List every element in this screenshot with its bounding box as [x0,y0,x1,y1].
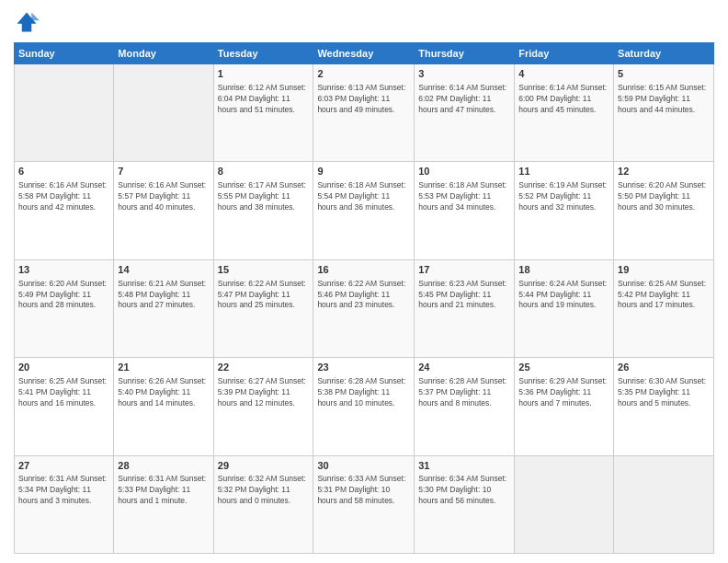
day-number: 7 [118,165,209,178]
day-cell: 1Sunrise: 6:12 AM Sunset: 6:04 PM Daylig… [213,64,313,162]
day-header-thursday: Thursday [415,43,515,64]
day-number: 26 [618,361,710,374]
day-number: 5 [618,67,710,81]
logo-icon [14,9,40,35]
day-cell: 18Sunrise: 6:24 AM Sunset: 5:44 PM Dayli… [515,259,614,357]
day-number: 18 [518,263,609,277]
day-cell [114,64,213,162]
day-detail: Sunrise: 6:28 AM Sunset: 5:37 PM Dayligh… [418,376,510,409]
day-detail: Sunrise: 6:22 AM Sunset: 5:46 PM Dayligh… [317,279,410,312]
day-cell: 24Sunrise: 6:28 AM Sunset: 5:37 PM Dayli… [415,358,515,455]
day-number: 4 [518,67,609,81]
day-number: 17 [418,263,510,277]
day-cell: 21Sunrise: 6:26 AM Sunset: 5:40 PM Dayli… [114,358,213,455]
day-cell: 7Sunrise: 6:16 AM Sunset: 5:57 PM Daylig… [114,162,213,259]
day-detail: Sunrise: 6:13 AM Sunset: 6:03 PM Dayligh… [317,83,410,116]
day-cell: 13Sunrise: 6:20 AM Sunset: 5:49 PM Dayli… [15,259,114,357]
day-detail: Sunrise: 6:32 AM Sunset: 5:32 PM Dayligh… [218,474,310,507]
day-number: 13 [18,263,109,277]
day-header-friday: Friday [515,43,614,64]
day-number: 27 [18,459,109,473]
day-header-wednesday: Wednesday [313,43,415,64]
day-detail: Sunrise: 6:28 AM Sunset: 5:38 PM Dayligh… [317,376,410,409]
day-number: 12 [618,165,710,178]
day-detail: Sunrise: 6:20 AM Sunset: 5:50 PM Dayligh… [618,180,710,213]
day-detail: Sunrise: 6:20 AM Sunset: 5:49 PM Dayligh… [18,279,109,312]
day-cell: 28Sunrise: 6:31 AM Sunset: 5:33 PM Dayli… [114,455,213,553]
day-header-tuesday: Tuesday [213,43,313,64]
day-detail: Sunrise: 6:18 AM Sunset: 5:54 PM Dayligh… [317,180,410,213]
day-detail: Sunrise: 6:14 AM Sunset: 6:00 PM Dayligh… [518,83,609,116]
day-number: 21 [118,361,209,374]
day-header-sunday: Sunday [15,43,114,64]
header [14,9,714,35]
day-number: 23 [317,361,410,374]
day-number: 6 [18,165,109,178]
week-row-1: 1Sunrise: 6:12 AM Sunset: 6:04 PM Daylig… [15,64,714,162]
day-cell: 15Sunrise: 6:22 AM Sunset: 5:47 PM Dayli… [213,259,313,357]
day-detail: Sunrise: 6:15 AM Sunset: 5:59 PM Dayligh… [618,83,710,116]
day-cell: 19Sunrise: 6:25 AM Sunset: 5:42 PM Dayli… [614,259,714,357]
week-row-2: 6Sunrise: 6:16 AM Sunset: 5:58 PM Daylig… [15,162,714,259]
day-detail: Sunrise: 6:23 AM Sunset: 5:45 PM Dayligh… [418,279,510,312]
day-number: 24 [418,361,510,374]
day-cell: 26Sunrise: 6:30 AM Sunset: 5:35 PM Dayli… [614,358,714,455]
day-detail: Sunrise: 6:33 AM Sunset: 5:31 PM Dayligh… [317,474,410,507]
day-detail: Sunrise: 6:31 AM Sunset: 5:34 PM Dayligh… [18,474,109,507]
logo [14,9,43,35]
day-detail: Sunrise: 6:30 AM Sunset: 5:35 PM Dayligh… [618,376,710,409]
day-number: 15 [218,263,310,277]
day-cell: 20Sunrise: 6:25 AM Sunset: 5:41 PM Dayli… [15,358,114,455]
day-header-saturday: Saturday [614,43,714,64]
day-cell: 14Sunrise: 6:21 AM Sunset: 5:48 PM Dayli… [114,259,213,357]
day-cell: 17Sunrise: 6:23 AM Sunset: 5:45 PM Dayli… [415,259,515,357]
day-number: 11 [518,165,609,178]
day-detail: Sunrise: 6:31 AM Sunset: 5:33 PM Dayligh… [118,474,209,507]
day-cell: 23Sunrise: 6:28 AM Sunset: 5:38 PM Dayli… [313,358,415,455]
day-detail: Sunrise: 6:14 AM Sunset: 6:02 PM Dayligh… [418,83,510,116]
day-number: 3 [418,67,510,81]
day-detail: Sunrise: 6:21 AM Sunset: 5:48 PM Dayligh… [118,279,209,312]
day-number: 9 [317,165,410,178]
day-detail: Sunrise: 6:17 AM Sunset: 5:55 PM Dayligh… [218,180,310,213]
day-cell: 4Sunrise: 6:14 AM Sunset: 6:00 PM Daylig… [515,64,614,162]
day-detail: Sunrise: 6:12 AM Sunset: 6:04 PM Dayligh… [218,83,310,116]
day-detail: Sunrise: 6:18 AM Sunset: 5:53 PM Dayligh… [418,180,510,213]
week-row-5: 27Sunrise: 6:31 AM Sunset: 5:34 PM Dayli… [15,455,714,553]
day-detail: Sunrise: 6:22 AM Sunset: 5:47 PM Dayligh… [218,279,310,312]
day-cell [614,455,714,553]
day-cell [15,64,114,162]
day-cell: 16Sunrise: 6:22 AM Sunset: 5:46 PM Dayli… [313,259,415,357]
day-header-monday: Monday [114,43,213,64]
day-number: 30 [317,459,410,473]
week-row-4: 20Sunrise: 6:25 AM Sunset: 5:41 PM Dayli… [15,358,714,455]
day-cell: 3Sunrise: 6:14 AM Sunset: 6:02 PM Daylig… [415,64,515,162]
day-number: 28 [118,459,209,473]
day-number: 29 [218,459,310,473]
day-number: 31 [418,459,510,473]
day-number: 16 [317,263,410,277]
calendar-table: SundayMondayTuesdayWednesdayThursdayFrid… [14,42,714,554]
day-detail: Sunrise: 6:26 AM Sunset: 5:40 PM Dayligh… [118,376,209,409]
day-number: 19 [618,263,710,277]
day-detail: Sunrise: 6:16 AM Sunset: 5:58 PM Dayligh… [18,180,109,213]
day-number: 8 [218,165,310,178]
day-detail: Sunrise: 6:25 AM Sunset: 5:41 PM Dayligh… [18,376,109,409]
day-cell [515,455,614,553]
day-detail: Sunrise: 6:29 AM Sunset: 5:36 PM Dayligh… [518,376,609,409]
day-cell: 27Sunrise: 6:31 AM Sunset: 5:34 PM Dayli… [15,455,114,553]
day-cell: 29Sunrise: 6:32 AM Sunset: 5:32 PM Dayli… [213,455,313,553]
day-number: 20 [18,361,109,374]
day-detail: Sunrise: 6:24 AM Sunset: 5:44 PM Dayligh… [518,279,609,312]
day-cell: 12Sunrise: 6:20 AM Sunset: 5:50 PM Dayli… [614,162,714,259]
day-number: 10 [418,165,510,178]
day-cell: 31Sunrise: 6:34 AM Sunset: 5:30 PM Dayli… [415,455,515,553]
day-cell: 10Sunrise: 6:18 AM Sunset: 5:53 PM Dayli… [415,162,515,259]
day-number: 2 [317,67,410,81]
day-cell: 6Sunrise: 6:16 AM Sunset: 5:58 PM Daylig… [15,162,114,259]
week-row-3: 13Sunrise: 6:20 AM Sunset: 5:49 PM Dayli… [15,259,714,357]
day-cell: 2Sunrise: 6:13 AM Sunset: 6:03 PM Daylig… [313,64,415,162]
day-detail: Sunrise: 6:19 AM Sunset: 5:52 PM Dayligh… [518,180,609,213]
day-cell: 8Sunrise: 6:17 AM Sunset: 5:55 PM Daylig… [213,162,313,259]
day-number: 25 [518,361,609,374]
